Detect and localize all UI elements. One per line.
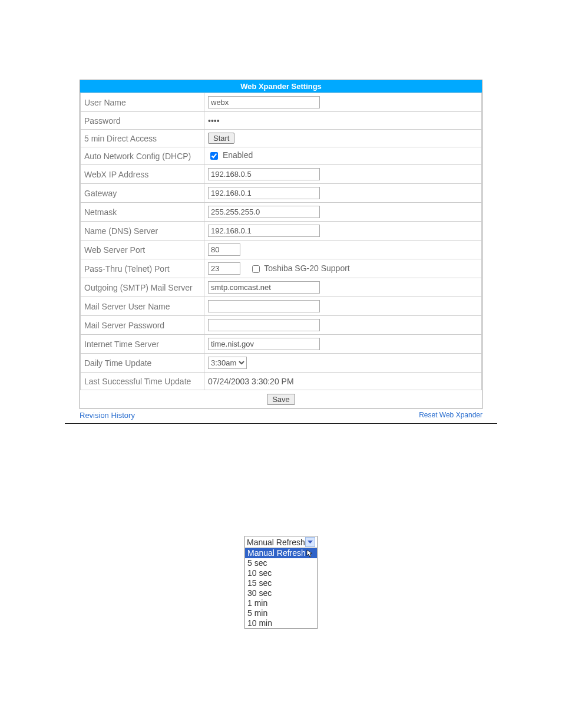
netmask-input[interactable] — [208, 206, 320, 218]
refresh-option[interactable]: 5 min — [245, 608, 317, 618]
toshiba-checkbox[interactable] — [252, 265, 260, 273]
refresh-option[interactable]: 10 sec — [245, 568, 317, 578]
smtp-input[interactable] — [208, 281, 320, 294]
label-last-update: Last Successful Time Update — [81, 373, 204, 390]
panel-title: Web Xpander Settings — [80, 80, 482, 93]
row-direct-access: 5 min Direct Access Start — [81, 130, 482, 147]
time-update-select[interactable]: 3:30am — [208, 357, 247, 369]
label-mail-user: Mail Server User Name — [81, 297, 204, 316]
row-dhcp: Auto Network Config (DHCP) Enabled — [81, 147, 482, 165]
row-netmask: Netmask — [81, 203, 482, 222]
row-smtp: Outgoing (SMTP) Mail Server — [81, 278, 482, 297]
toshiba-checkbox-label: Toshiba SG-20 Support — [264, 263, 350, 273]
dns-input[interactable] — [208, 225, 320, 237]
refresh-option[interactable]: 15 sec — [245, 578, 317, 588]
ip-input[interactable] — [208, 168, 320, 180]
label-ip: WebX IP Address — [81, 165, 204, 184]
refresh-dropdown: Manual Refresh Manual Refresh 5 sec 10 s… — [244, 536, 318, 629]
row-time-update: Daily Time Update 3:30am — [81, 354, 482, 373]
save-button[interactable]: Save — [267, 394, 295, 405]
dhcp-checkbox[interactable] — [210, 152, 218, 160]
mail-pass-input[interactable] — [208, 319, 320, 331]
refresh-dropdown-selected[interactable]: Manual Refresh — [245, 536, 317, 548]
refresh-dropdown-list: Manual Refresh 5 sec 10 sec 15 sec 30 se… — [245, 548, 317, 628]
dhcp-checkbox-label: Enabled — [223, 150, 253, 160]
web-port-input[interactable] — [208, 243, 240, 256]
mail-user-input[interactable] — [208, 300, 320, 312]
reset-link[interactable]: Reset Web Xpander — [419, 411, 482, 420]
label-mail-pass: Mail Server Password — [81, 316, 204, 335]
row-last-update: Last Successful Time Update 07/24/2003 3… — [81, 373, 482, 390]
label-smtp: Outgoing (SMTP) Mail Server — [81, 278, 204, 297]
row-user-name: User Name — [81, 93, 482, 112]
user-name-input[interactable] — [208, 96, 320, 108]
divider — [65, 423, 497, 424]
label-dhcp: Auto Network Config (DHCP) — [81, 147, 204, 165]
refresh-option[interactable]: 10 min — [245, 618, 317, 628]
refresh-option[interactable]: Manual Refresh — [245, 548, 317, 558]
row-mail-user: Mail Server User Name — [81, 297, 482, 316]
row-web-port: Web Server Port — [81, 241, 482, 259]
refresh-option[interactable]: 1 min — [245, 598, 317, 608]
label-gateway: Gateway — [81, 184, 204, 203]
chevron-down-icon[interactable] — [305, 537, 315, 547]
refresh-option[interactable]: 5 sec — [245, 558, 317, 568]
label-password: Password — [81, 112, 204, 130]
last-update-value: 07/24/2003 3:30:20 PM — [204, 373, 482, 390]
row-gateway: Gateway — [81, 184, 482, 203]
label-dns: Name (DNS) Server — [81, 222, 204, 241]
row-ip: WebX IP Address — [81, 165, 482, 184]
password-display[interactable]: •••• — [208, 116, 220, 126]
settings-panel: Web Xpander Settings User Name Password … — [80, 80, 482, 409]
row-dns: Name (DNS) Server — [81, 222, 482, 241]
panel-footer: Revision History Reset Web Xpander — [80, 409, 482, 420]
gateway-input[interactable] — [208, 187, 320, 199]
refresh-option-label: Manual Refresh — [247, 548, 306, 558]
row-password: Password •••• — [81, 112, 482, 130]
label-user-name: User Name — [81, 93, 204, 112]
start-button[interactable]: Start — [208, 133, 234, 144]
label-direct-access: 5 min Direct Access — [81, 130, 204, 147]
label-netmask: Netmask — [81, 203, 204, 222]
refresh-option[interactable]: 30 sec — [245, 588, 317, 598]
label-web-port: Web Server Port — [81, 241, 204, 259]
row-time-server: Internet Time Server — [81, 335, 482, 354]
label-telnet: Pass-Thru (Telnet) Port — [81, 259, 204, 278]
telnet-port-input[interactable] — [208, 262, 240, 275]
cursor-icon — [306, 549, 315, 558]
settings-table: User Name Password •••• 5 min Direct Acc… — [80, 93, 482, 409]
row-mail-pass: Mail Server Password — [81, 316, 482, 335]
label-time-update: Daily Time Update — [81, 354, 204, 373]
row-save: Save — [81, 390, 482, 409]
time-server-input[interactable] — [208, 338, 320, 350]
revision-history-link[interactable]: Revision History — [80, 411, 135, 420]
refresh-selected-text: Manual Refresh — [247, 538, 305, 547]
row-telnet: Pass-Thru (Telnet) Port Toshiba SG-20 Su… — [81, 259, 482, 278]
label-time-server: Internet Time Server — [81, 335, 204, 354]
